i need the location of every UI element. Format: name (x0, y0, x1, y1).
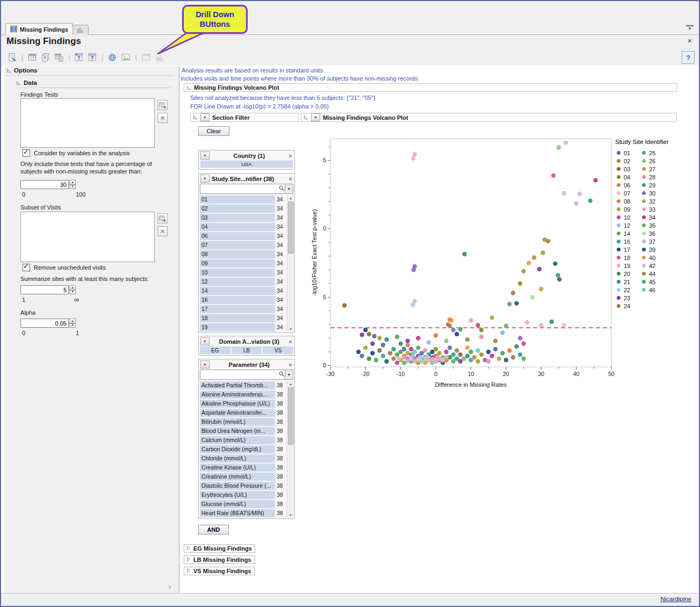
clear-tests-button[interactable]: × (157, 113, 168, 123)
scatter-point[interactable] (444, 355, 449, 359)
scatter-point[interactable] (500, 351, 504, 355)
red-menu-button[interactable]: ▼ (200, 151, 210, 160)
filter-value[interactable]: 08 (200, 250, 275, 258)
scatter-point[interactable] (406, 343, 410, 347)
filter-value[interactable]: 03 (200, 214, 275, 222)
legend-item[interactable]: 33 (642, 206, 655, 213)
filter-value[interactable]: Diastolic Blood Pressure (... (200, 482, 275, 490)
filter-value[interactable]: 06 (200, 232, 275, 240)
spin-up-icon[interactable]: ▲ (69, 285, 76, 290)
legend-item[interactable]: 14 (617, 230, 630, 237)
scatter-point[interactable] (444, 350, 449, 354)
scatter-point[interactable] (434, 333, 438, 337)
collapsed-section-lb[interactable]: LB Missing Findings (184, 555, 255, 564)
scatter-point[interactable] (395, 335, 399, 339)
scatter-point[interactable] (458, 352, 463, 357)
scatter-point[interactable] (448, 345, 452, 350)
filter-row[interactable]: Carbon Dioxide (mg/dL)38 (200, 445, 287, 453)
percent-spinner[interactable]: ▲▼ (69, 180, 76, 189)
scatter-point[interactable] (490, 315, 494, 320)
scatter-point[interactable] (578, 192, 582, 196)
scatter-point[interactable] (454, 332, 459, 336)
filter-value[interactable]: 07 (200, 241, 275, 249)
red-menu-button[interactable]: ▼ (200, 113, 210, 121)
scatter-point[interactable] (511, 355, 515, 359)
legend-item[interactable]: 37 (642, 238, 655, 245)
scatter-point[interactable] (374, 358, 378, 362)
scatter-point[interactable] (434, 347, 438, 351)
red-menu-button[interactable]: ▼ (200, 337, 210, 345)
scatter-point[interactable] (551, 174, 555, 178)
scatter-point[interactable] (500, 330, 504, 335)
journal-button[interactable] (26, 52, 38, 63)
scatter-point[interactable] (342, 303, 347, 307)
scatter-point[interactable] (416, 336, 420, 340)
collapsed-section-eg[interactable]: EG Missing Findings (184, 544, 255, 553)
close-filter-icon[interactable]: × (289, 176, 292, 182)
scatter-point[interactable] (497, 357, 501, 361)
filter-row[interactable]: 0734 (200, 241, 287, 249)
filter-row[interactable]: 1934 (200, 323, 287, 331)
scatter-point[interactable] (402, 355, 406, 359)
legend-item[interactable]: 30 (642, 190, 655, 197)
filter-row[interactable]: Blood Urea Nitrogen (m...38 (200, 427, 287, 435)
filter-value[interactable]: Glucose (mmol/L) (200, 500, 275, 508)
window-tool-button[interactable] (140, 52, 152, 63)
filter-menu-icon[interactable]: ▼ (686, 25, 694, 34)
legend-item[interactable]: 18 (617, 254, 630, 261)
filter-row[interactable]: Activated Partial Thromb...38 (200, 381, 287, 389)
filter-row[interactable]: Glucose (mmol/L)38 (200, 500, 287, 508)
scatter-point[interactable] (562, 323, 566, 327)
legend-item[interactable]: 26 (642, 157, 655, 164)
data-table-button[interactable] (53, 52, 65, 63)
close-filter-icon[interactable]: × (289, 153, 292, 159)
and-button[interactable]: AND (198, 525, 229, 534)
scatter-point[interactable] (539, 323, 543, 327)
scatter-point[interactable] (504, 358, 508, 362)
scatter-point[interactable] (465, 353, 470, 358)
filter-row[interactable]: Diastolic Blood Pressure (...38 (200, 481, 287, 490)
legend-item[interactable]: 23 (617, 294, 630, 301)
scatter-point[interactable] (540, 250, 545, 255)
scatter-point[interactable] (402, 347, 406, 351)
scatter-point[interactable] (518, 352, 522, 357)
filter-row[interactable]: 1734 (200, 305, 287, 313)
scatter-point[interactable] (472, 355, 477, 359)
filter-value[interactable]: Erythrocytes (U/L) (200, 491, 275, 499)
scatter-point[interactable] (557, 145, 561, 149)
filter-row[interactable]: 0834 (200, 250, 287, 258)
percent-input[interactable] (20, 180, 69, 189)
filter-value[interactable]: 17 (200, 305, 275, 313)
scatter-point[interactable] (490, 353, 494, 358)
legend-item[interactable]: 20 (617, 270, 630, 277)
legend-item[interactable]: 22 (617, 286, 630, 293)
filter-value[interactable]: 18 (200, 314, 275, 322)
scatter-point[interactable] (507, 348, 511, 352)
volcano-subheader[interactable]: ▼ Missing Findings Volcano Plot (301, 113, 677, 122)
legend-item[interactable]: 21 (617, 278, 630, 285)
filter-row[interactable]: Erythrocytes (U/L)38 (200, 490, 287, 499)
checkbox-checked-icon[interactable]: ✓ (23, 149, 30, 157)
scatter-point[interactable] (514, 344, 518, 349)
alpha-input[interactable] (20, 319, 69, 328)
legend-item[interactable]: 01 (617, 149, 630, 156)
legend-item[interactable]: 24 (617, 302, 630, 309)
scatter-point[interactable] (410, 302, 415, 307)
scatter-point[interactable] (555, 273, 560, 277)
scatter-point[interactable] (370, 351, 374, 355)
legend-item[interactable]: 46 (642, 286, 655, 293)
red-menu-button[interactable]: ▼ (311, 113, 320, 121)
filter-row[interactable]: 1234 (200, 277, 287, 286)
filter-value[interactable]: 02 (200, 205, 275, 213)
scatter-point[interactable] (593, 178, 597, 182)
scatter-point[interactable] (504, 323, 508, 328)
filter-value[interactable]: Heart Rate (BEATS/MIN) (200, 509, 275, 517)
scatter-point[interactable] (465, 337, 470, 342)
scatter-point[interactable] (543, 237, 547, 242)
help-button[interactable]: ? (682, 51, 695, 64)
checkbox-checked-icon[interactable]: ✓ (23, 264, 30, 271)
scatter-point[interactable] (367, 357, 371, 361)
filter-row[interactable]: 0134 (200, 195, 287, 204)
scatter-point[interactable] (479, 328, 483, 332)
scatter-point[interactable] (486, 350, 490, 354)
